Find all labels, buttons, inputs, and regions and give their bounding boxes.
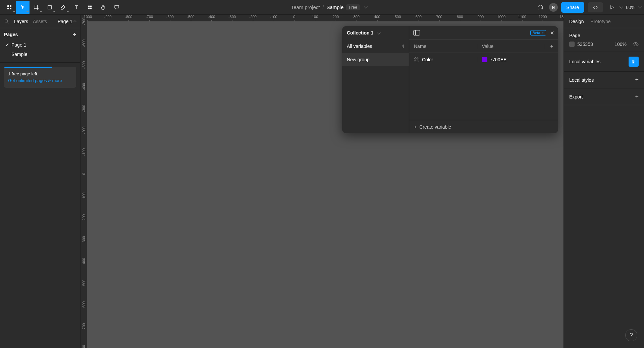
page-selector[interactable]: Page 1 [58,19,76,24]
file-menu-chevron[interactable] [364,5,368,8]
upsell-link[interactable]: Get unlimited pages & more [8,77,72,84]
local-styles-label: Local styles [569,77,594,83]
collection-chevron[interactable] [377,30,381,34]
create-variable-button[interactable]: + Create variable [409,120,558,133]
figma-logo-icon [6,4,12,10]
comment-icon [114,4,120,10]
ruler-tick: -600 [166,15,174,21]
add-page-button[interactable]: + [72,31,76,38]
local-variables-button[interactable] [629,57,639,67]
voice-button[interactable] [535,2,546,13]
ruler-tick: 100 [80,193,87,199]
visibility-toggle[interactable] [633,42,639,46]
collection-name[interactable]: Collection 1 [347,30,373,36]
search-icon[interactable] [4,19,9,24]
text-tool[interactable] [70,1,83,14]
upsell-line1: 1 free page left. [8,71,72,77]
ruler-tick: -300 [228,15,236,21]
ruler-tick: -800 [125,15,132,21]
svg-point-10 [635,44,637,45]
beta-badge[interactable]: Beta [530,30,546,36]
breadcrumb-project[interactable]: Team project [291,4,320,10]
main-menu-button[interactable] [3,1,16,14]
page-bg-hex[interactable]: 535353 [577,42,593,47]
variable-value: 7700EE [490,57,507,62]
breadcrumb-file[interactable]: Sample [326,4,343,10]
ruler-tick: -300 [80,105,87,112]
page-item[interactable]: ✓ Page 1 [4,40,76,50]
ruler-tick: -400 [80,83,87,90]
page-name: Sample [11,52,27,57]
panel-toggle-button[interactable] [413,30,420,36]
page-bg-opacity[interactable]: 100% [614,42,627,47]
present-chevron[interactable] [619,5,623,8]
ruler-tick: -900 [104,15,112,21]
ruler-tick: 400 [374,15,380,21]
svg-rect-1 [10,5,12,7]
export-label: Export [569,94,583,99]
svg-point-9 [5,19,8,22]
ruler-horizontal: -1000-900-800-700-600-500-400-300-200-10… [87,15,564,21]
ruler-tick: -100 [270,15,277,21]
pen-tool[interactable] [56,1,70,14]
upsell-progress [4,67,52,68]
variable-group-new[interactable]: New group [342,53,409,66]
variables-content: Beta × Name Value + Color 7700EE + Creat… [409,26,558,133]
ruler-tick: 400 [80,258,87,264]
ruler-tick: 1100 [518,15,526,21]
variable-group-all[interactable]: All variables 4 [342,40,409,53]
sliders-icon [631,59,636,64]
hand-tool[interactable] [97,1,110,14]
user-avatar[interactable]: N [549,3,558,12]
ruler-tick: -200 [249,15,257,21]
ruler-tick: 800 [80,345,87,348]
zoom-control[interactable]: 60% [626,5,641,10]
comment-tool[interactable] [110,1,123,14]
share-button[interactable]: Share [561,2,584,13]
frame-tool[interactable] [30,1,43,14]
variables-sidebar: Collection 1 All variables 4 New group [342,26,409,133]
svg-rect-6 [90,5,92,7]
svg-rect-2 [7,8,9,9]
left-panel: Layers Assets Page 1 Pages + ✓ Page 1 Sa… [0,15,80,348]
shape-tool[interactable] [43,1,56,14]
dev-mode-icon [592,4,598,10]
move-tool[interactable] [16,1,30,14]
breadcrumb-separator: / [323,5,324,10]
ruler-tick: 0 [293,15,295,21]
add-export-button[interactable]: + [635,93,639,100]
ruler-tick: 700 [436,15,442,21]
tab-layers[interactable]: Layers [14,19,28,24]
ruler-vertical: -700-600-500-400-300-200-100010020030040… [80,21,87,348]
help-button[interactable]: ? [625,329,637,341]
page-item[interactable]: Sample [4,50,76,59]
close-button[interactable]: × [550,29,554,36]
page-name: Page 1 [11,42,26,48]
page-bg-swatch[interactable] [569,42,575,47]
svg-rect-8 [90,7,92,9]
add-mode-button[interactable]: + [545,44,558,49]
ruler-tick: -400 [208,15,215,21]
variable-row[interactable]: Color 7700EE [409,53,558,66]
ruler-tick: 500 [80,280,87,286]
ruler-tick: 600 [80,301,87,307]
tab-prototype[interactable]: Prototype [591,19,611,24]
color-swatch [482,57,487,62]
ruler-tick: 800 [457,15,463,21]
column-header-name: Name [409,44,477,49]
tab-assets[interactable]: Assets [33,19,47,24]
resources-tool[interactable] [83,1,97,14]
ruler-tick: 200 [80,214,87,220]
dev-mode-button[interactable] [588,2,603,12]
chevron-up-icon [73,20,77,24]
zoom-chevron [638,5,642,8]
ruler-tick: -700 [146,15,153,21]
check-icon: ✓ [5,42,9,48]
ruler-tick: 500 [395,15,401,21]
present-button[interactable] [606,2,617,13]
tab-design[interactable]: Design [569,19,584,24]
upsell-card: 1 free page left. Get unlimited pages & … [4,67,76,88]
ruler-tick: -500 [187,15,195,21]
plan-badge: Free [346,4,360,10]
add-style-button[interactable]: + [635,76,639,83]
